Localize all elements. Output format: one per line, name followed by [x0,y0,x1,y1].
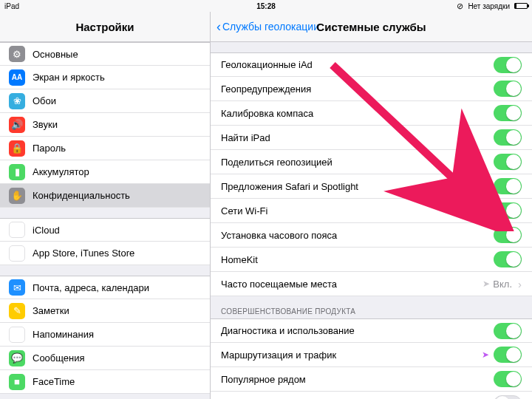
sidebar-item-general[interactable]: ⚙︎Основные [0,42,210,66]
back-label: Службы геолокации [222,21,319,33]
service-label: Найти iPad [221,132,494,143]
frequent-value: ➤Вкл.› [482,278,522,290]
service-row: Улучшить Карты [211,392,532,399]
battery-icon [514,3,528,9]
sidebar-item-label: Звуки [33,119,201,130]
chevron-left-icon: ‹ [216,20,221,33]
sidebar-item-label: FaceTime [33,376,201,387]
sidebar-item-label: Обои [33,95,201,106]
content-pane: ‹ Службы геолокации Системные службы Гео… [211,12,532,399]
sidebar-item-passcode[interactable]: 🔒Пароль [0,137,210,160]
service-row: Маршрутизация и трафик➤ [211,343,532,367]
toggle-switch[interactable] [494,105,522,121]
clock: 15:28 [256,2,276,10]
mail-icon: ✉︎ [9,279,25,296]
sidebar-item-messages[interactable]: 💬Сообщения [0,347,210,370]
device-label: iPad [4,2,19,10]
content-header: ‹ Службы геолокации Системные службы [211,12,532,42]
toggle-switch[interactable] [494,81,522,97]
sound-icon: 🔊 [9,117,25,133]
page-title: Системные службы [316,21,426,33]
back-button[interactable]: ‹ Службы геолокации [216,20,319,33]
sidebar-item-appstore[interactable]: ⒶApp Store, iTunes Store [0,242,210,265]
toggle-switch[interactable] [494,202,522,219]
service-label: Популярное рядом [221,374,494,385]
toggle-switch[interactable] [494,57,522,73]
sidebar-item-label: Пароль [33,143,201,154]
toggle-switch[interactable] [494,129,522,146]
gear-icon: ⚙︎ [9,46,25,62]
sidebar-item-label: Экран и яркость [33,72,201,83]
sidebar-item-notes[interactable]: ✎Заметки [0,299,210,323]
service-row: Популярное рядом [211,367,532,392]
sidebar-item-label: App Store, iTunes Store [33,248,201,259]
location-arrow-icon: ➤ [482,349,489,360]
service-label: Геопредупреждения [221,83,494,95]
sidebar-item-label: Почта, адреса, календари [33,282,201,293]
sidebar-item-wallpaper[interactable]: ❀Обои [0,89,210,113]
service-label: Поделиться геопозицией [221,157,494,168]
service-label: Сети Wi-Fi [221,205,494,216]
notes-icon: ✎ [9,303,25,319]
sidebar-item-label: Напоминания [33,329,201,340]
sidebar-item-reminders[interactable]: ☑︎Напоминания [0,323,210,347]
facetime-icon: ■ [9,374,25,390]
sidebar-item-label: Сообщения [33,352,201,364]
charging-status: Нет зарядки [468,2,510,10]
hand-icon: ✋ [9,188,25,204]
service-row: Калибровка компаса [211,101,532,126]
service-label: Предложения Safari и Spotlight [221,181,494,192]
toggle-switch[interactable] [494,178,522,194]
wallpaper-icon: ❀ [9,93,25,109]
sidebar-item-facetime[interactable]: ■FaceTime [0,370,210,394]
service-label: Установка часового пояса [221,230,494,241]
service-row: Установка часового пояса [211,223,532,248]
toggle-switch[interactable] [494,347,522,363]
service-row: Диагностика и использование [211,318,532,343]
sidebar-item-mail[interactable]: ✉︎Почта, адреса, календари [0,276,210,299]
service-label: HomeKit [221,254,494,265]
sidebar-item-icloud[interactable]: ☁︎iCloud [0,218,210,242]
section-header: СОВЕРШЕНСТВОВАНИЕ ПРОДУКТА [211,296,532,318]
appstore-icon: Ⓐ [9,245,25,262]
service-row: Поделиться геопозицией [211,150,532,174]
service-label: Геолокационные iAd [221,59,494,70]
settings-sidebar: Настройки ⚙︎ОсновныеAAЭкран и яркость❀Об… [0,12,211,399]
sidebar-item-label: Аккумулятор [33,166,201,177]
service-row: Найти iPad [211,126,532,150]
service-row: HomeKit [211,248,532,272]
sidebar-item-label: Основные [33,49,201,60]
sidebar-item-privacy[interactable]: ✋Конфиденциальность [0,184,210,208]
service-label: Калибровка компаса [221,108,494,119]
service-row: Геолокационные iAd [211,52,532,77]
sidebar-item-label: Конфиденциальность [33,190,201,201]
sidebar-item-label: iCloud [33,225,201,236]
chevron-right-icon: › [518,278,522,290]
not-charging-icon: ⊘ [457,1,463,11]
toggle-switch[interactable] [494,323,522,339]
sidebar-item-battery[interactable]: ▮Аккумулятор [0,160,210,184]
sidebar-item-sounds[interactable]: 🔊Звуки [0,113,210,137]
service-label: Часто посещаемые места [221,279,482,290]
toggle-switch[interactable] [494,227,522,243]
service-label: Диагностика и использование [221,325,494,336]
location-arrow-icon: ➤ [482,279,490,289]
frequent-locations-row[interactable]: Часто посещаемые места➤Вкл.› [211,272,532,296]
service-row: Предложения Safari и Spotlight [211,174,532,199]
toggle-switch[interactable] [494,395,522,399]
lock-icon: 🔒 [9,140,25,157]
sidebar-item-display[interactable]: AAЭкран и яркость [0,66,210,89]
reminders-icon: ☑︎ [9,327,25,343]
toggle-switch[interactable] [494,251,522,267]
battery-icon: ▮ [9,164,25,180]
toggle-switch[interactable] [494,371,522,387]
sidebar-header: Настройки [0,12,210,42]
status-bar: iPad 15:28 ⊘ Нет зарядки [0,0,532,12]
service-label: Маршрутизация и трафик [221,349,482,361]
sidebar-item-label: Заметки [33,305,201,316]
toggle-switch[interactable] [494,154,522,170]
cloud-icon: ☁︎ [9,222,25,238]
service-row: Сети Wi-Fi [211,199,532,223]
sidebar-title: Настройки [75,21,134,33]
service-row: Геопредупреждения [211,77,532,101]
